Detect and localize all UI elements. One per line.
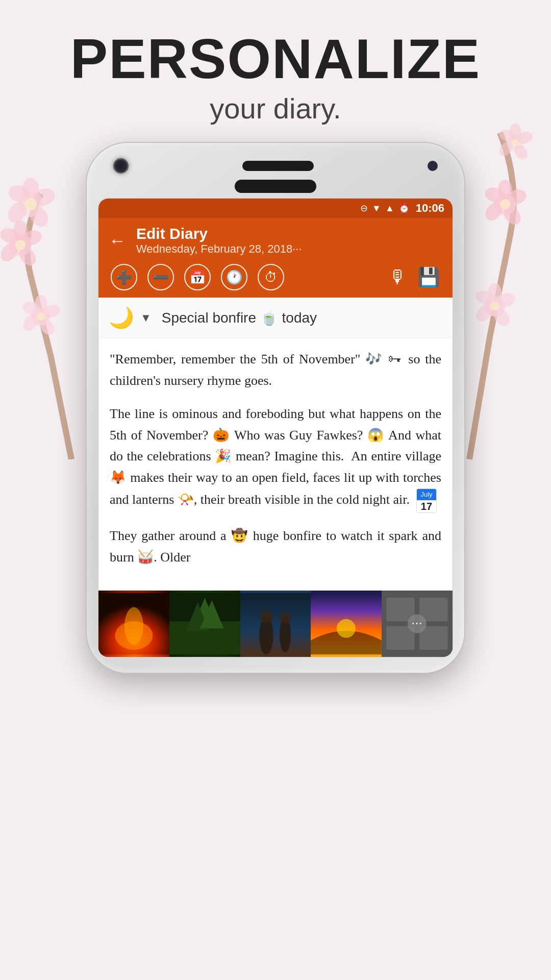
- thumbnail-sunset[interactable]: [311, 591, 382, 657]
- phone-screen: ⊖ ▼ ▲ ⏰ 10:06 ← Edit Diary Wednesday, Fe…: [98, 198, 453, 657]
- add-entry-button[interactable]: ➕: [111, 264, 137, 290]
- calendar-day: 17: [421, 500, 432, 512]
- svg-point-26: [483, 185, 507, 205]
- svg-point-15: [22, 178, 39, 200]
- diary-paragraph-1: "Remember, remember the 5th of November"…: [110, 349, 441, 391]
- svg-point-10: [37, 315, 58, 337]
- phone-speaker: [242, 161, 314, 171]
- status-bar: ⊖ ▼ ▲ ⏰ 10:06: [98, 199, 453, 218]
- phone-mockup: ⊖ ▼ ▲ ⏰ 10:06 ← Edit Diary Wednesday, Fe…: [87, 143, 464, 673]
- svg-point-39: [497, 139, 516, 159]
- timer-button[interactable]: ⏱: [258, 264, 284, 290]
- svg-point-13: [37, 312, 45, 321]
- calendar-badge: July 17: [416, 488, 437, 513]
- phone-sensor: [428, 161, 438, 171]
- svg-point-44: [124, 607, 143, 645]
- svg-point-14: [18, 191, 43, 217]
- mood-dropdown-arrow[interactable]: ▼: [140, 311, 152, 325]
- alarm-icon: ⏰: [398, 203, 410, 214]
- status-time: 10:06: [416, 202, 444, 215]
- toolbar-actions: ➕ ➖ 📅 🕐 ⏱ 🎙 💾: [109, 264, 442, 290]
- toolbar-subtitle: Wednesday, February 28, 2018···: [136, 242, 302, 256]
- svg-text:⋯: ⋯: [412, 617, 423, 629]
- svg-point-7: [32, 307, 50, 326]
- thumbnail-couple[interactable]: [240, 591, 311, 657]
- toolbar-right-actions: 🎙 💾: [389, 266, 440, 288]
- phone-camera: [113, 158, 129, 174]
- status-icons: ⊖ ▼ ▲ ⏰: [360, 203, 410, 214]
- toolbar-title-text: Edit Diary Wednesday, February 28, 2018·…: [136, 225, 302, 256]
- do-not-disturb-icon: ⊖: [360, 203, 368, 214]
- svg-point-17: [26, 203, 52, 230]
- svg-point-29: [488, 283, 502, 303]
- svg-point-24: [500, 203, 524, 228]
- clock-button[interactable]: 🕐: [221, 264, 247, 290]
- page-header: PERSONALIZE your diary.: [0, 0, 551, 140]
- toolbar-main-title: Edit Diary: [136, 225, 302, 242]
- calendar-month: July: [417, 489, 436, 501]
- svg-point-18: [4, 199, 31, 226]
- svg-point-4: [0, 240, 21, 265]
- toolbar-left-actions: ➕ ➖ 📅 🕐 ⏱: [111, 264, 284, 290]
- svg-point-19: [6, 183, 33, 205]
- svg-point-23: [505, 187, 529, 207]
- svg-point-5: [0, 226, 22, 246]
- svg-point-22: [498, 180, 512, 200]
- wifi-icon: ▼: [372, 203, 381, 214]
- svg-point-1: [13, 220, 28, 241]
- svg-rect-50: [240, 593, 311, 654]
- thumbnail-forest[interactable]: [169, 591, 240, 657]
- svg-point-41: [512, 139, 519, 146]
- svg-point-0: [9, 234, 32, 256]
- diary-content: "Remember, remember the 5th of November"…: [98, 338, 453, 591]
- svg-point-54: [279, 611, 290, 623]
- phone-top-bar: [98, 158, 453, 174]
- svg-point-6: [15, 240, 26, 250]
- svg-point-2: [20, 228, 44, 248]
- toolbar-title-row: ← Edit Diary Wednesday, February 28, 201…: [109, 225, 442, 256]
- diary-paragraph-3: They gather around a 🤠 huge bonfire to w…: [110, 525, 441, 568]
- phone-earpiece: [235, 180, 316, 193]
- svg-point-30: [494, 291, 517, 309]
- svg-point-27: [500, 199, 510, 209]
- signal-icon: ▲: [385, 203, 394, 214]
- svg-point-38: [512, 142, 531, 162]
- svg-point-25: [482, 199, 506, 224]
- back-button[interactable]: ←: [109, 231, 126, 251]
- phone-body: ⊖ ▼ ▲ ⏰ 10:06 ← Edit Diary Wednesday, Fe…: [87, 143, 464, 673]
- svg-point-16: [31, 186, 57, 208]
- svg-point-32: [473, 301, 495, 325]
- svg-point-53: [260, 610, 273, 623]
- thumbnail-more[interactable]: ⋯: [382, 591, 453, 657]
- thumbnail-fire[interactable]: [98, 591, 169, 657]
- svg-point-31: [490, 305, 512, 329]
- svg-point-56: [337, 619, 356, 638]
- svg-point-33: [474, 288, 496, 307]
- svg-point-11: [20, 311, 41, 333]
- mic-button[interactable]: 🎙: [389, 266, 407, 288]
- thumbnails-row: ⋯: [98, 591, 453, 657]
- mood-icon: 🌙: [109, 306, 134, 330]
- diary-paragraph-2: The line is ominous and foreboding but w…: [110, 403, 441, 513]
- remove-entry-button[interactable]: ➖: [147, 264, 174, 290]
- svg-point-9: [40, 303, 62, 320]
- svg-point-28: [485, 296, 505, 316]
- svg-point-21: [494, 193, 516, 215]
- mood-text: Special bonfire 🍵 today: [162, 309, 317, 326]
- mood-row: 🌙 ▼ Special bonfire 🍵 today: [98, 298, 453, 338]
- svg-point-34: [490, 302, 499, 311]
- svg-point-3: [16, 244, 39, 269]
- calendar-button[interactable]: 📅: [184, 264, 211, 290]
- save-button[interactable]: 💾: [417, 266, 440, 288]
- page-title-sub: your diary.: [20, 92, 531, 125]
- svg-point-8: [35, 295, 47, 313]
- svg-point-12: [21, 300, 42, 317]
- app-toolbar: ← Edit Diary Wednesday, February 28, 201…: [98, 218, 453, 298]
- svg-point-20: [24, 198, 37, 210]
- page-title-main: PERSONALIZE: [20, 31, 531, 87]
